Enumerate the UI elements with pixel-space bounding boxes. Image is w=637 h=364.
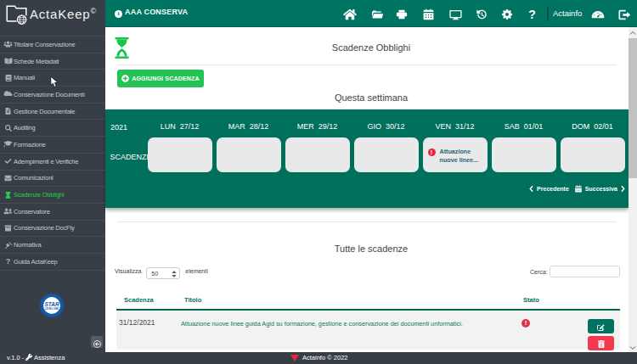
svg-text:STAR: STAR: [44, 301, 59, 307]
svg-text:LEVEL ONE: LEVEL ONE: [45, 307, 59, 311]
